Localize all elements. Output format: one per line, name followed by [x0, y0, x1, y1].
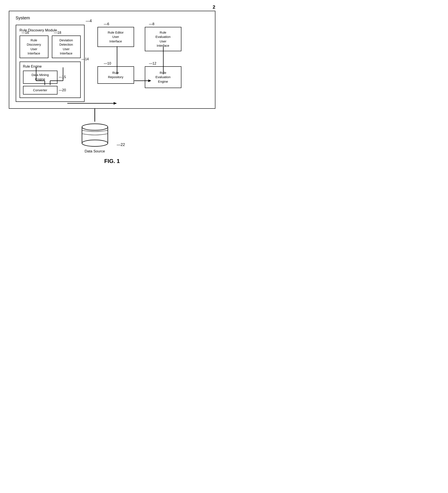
svg-point-13 [82, 124, 108, 130]
rule-evaluation-engine: RuleEvaluationEngine [145, 66, 181, 88]
ds-label: Data Source [78, 149, 112, 154]
below-system: ―22 Data Source [9, 109, 215, 154]
dme-ref: ―15 [59, 75, 66, 79]
right-area: ―6 Rule EditorUserInterface ―8 RuleEvalu… [89, 25, 208, 102]
re-inner: Data MiningEngine ―15 Converter ―20 [23, 71, 77, 94]
system-label: System [16, 15, 208, 21]
re-label: Rule Engine [23, 65, 77, 68]
ds-ref: ―22 [117, 143, 125, 147]
rule-repository-wrapper: ―10 RuleRepository [98, 66, 134, 84]
db-container: ―22 Data Source [78, 122, 112, 154]
svg-point-14 [82, 140, 108, 146]
rule-discovery-module: —4 Rule Discovery Module ―16 RuleDiscove… [16, 25, 85, 102]
rule-repository: RuleRepository [98, 66, 134, 84]
reui-ref: ―6 [104, 22, 109, 26]
rule-editor-ui-wrapper: ―6 Rule EditorUserInterface [98, 27, 134, 47]
ddui-ref: ―18 [54, 31, 61, 35]
rule-evaluation-ui: RuleEvaluationUserInterface [145, 27, 181, 51]
rdui-ref: ―16 [22, 31, 29, 35]
conv-ref: ―20 [59, 88, 66, 92]
svg-marker-5 [114, 102, 117, 105]
rule-eval-ui-wrapper: ―8 RuleEvaluationUserInterface [145, 27, 181, 51]
rule-discovery-ui: RuleDiscoveryUserInterface [20, 35, 48, 58]
system-box: System —4 Rule Discovery Module ―16 Rule… [9, 11, 215, 109]
main-diagram: —4 Rule Discovery Module ―16 RuleDiscove… [16, 25, 208, 102]
right-top-row: ―6 Rule EditorUserInterface ―8 RuleEvalu… [98, 27, 208, 51]
revui-ref: ―8 [149, 22, 154, 26]
re-ref: ―14 [82, 57, 89, 61]
ree-ref: ―12 [149, 62, 156, 66]
fig-label: FIG. 1 [104, 158, 120, 165]
rdm-ref: —4 [86, 19, 92, 23]
right-bottom-row: ―10 RuleRepository ―12 RuleEvaluationEng… [98, 66, 208, 88]
converter: Converter [23, 86, 57, 94]
vert-line-to-ds [94, 109, 95, 122]
database-svg [78, 122, 112, 147]
deviation-detection-ui: DeviationDetectionUserInterface [52, 35, 81, 58]
rule-editor-ui: Rule EditorUserInterface [98, 27, 134, 47]
data-mining-engine: Data MiningEngine [23, 71, 57, 84]
page-wrapper: 2 System —4 Rule Discovery Module ―16 Ru… [4, 4, 220, 165]
rule-engine-box: ―14 Rule Engine Data MiningEngine ―15 Co… [20, 62, 81, 98]
rule-eval-engine-wrapper: ―12 RuleEvaluationEngine [145, 66, 181, 88]
rdm-uis: ―16 RuleDiscoveryUserInterface ―18 Devia… [20, 35, 81, 58]
ref-2: 2 [213, 4, 215, 10]
rr-ref: ―10 [104, 62, 111, 66]
